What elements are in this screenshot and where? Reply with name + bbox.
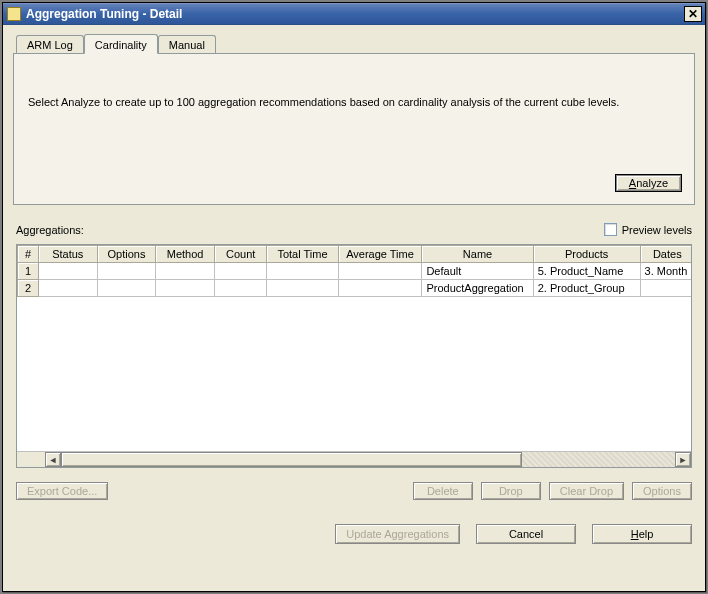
col-total-time[interactable]: Total Time [267, 246, 338, 263]
aggregations-label: Aggregations: [16, 224, 604, 236]
export-code-button[interactable]: Export Code... [16, 482, 108, 500]
cell-options[interactable] [97, 280, 156, 297]
col-num[interactable]: # [18, 246, 39, 263]
col-name[interactable]: Name [422, 246, 533, 263]
update-aggregations-button[interactable]: Update Aggregations [335, 524, 460, 544]
tab-panel-cardinality: Select Analyze to create up to 100 aggre… [13, 53, 695, 205]
col-products[interactable]: Products [533, 246, 640, 263]
tabs: ARM Log Cardinality Manual [16, 33, 695, 53]
scrollbar-thumb[interactable] [61, 452, 522, 467]
aggregations-header-row: Aggregations: Preview levels [16, 223, 692, 236]
client-area: ARM Log Cardinality Manual Select Analyz… [3, 25, 705, 591]
scroll-right-icon[interactable]: ► [675, 452, 691, 467]
col-method[interactable]: Method [156, 246, 215, 263]
cell-dates[interactable]: 3. Month [640, 263, 691, 280]
horizontal-scrollbar[interactable]: ◄ ► [17, 451, 691, 467]
cell-name[interactable]: ProductAggregation [422, 280, 533, 297]
cell-status[interactable] [38, 280, 97, 297]
app-icon [7, 7, 21, 21]
cell-products[interactable]: 2. Product_Group [533, 280, 640, 297]
grid-scroll[interactable]: # Status Options Method Count Total Time… [17, 245, 691, 451]
panel-description: Select Analyze to create up to 100 aggre… [28, 96, 680, 108]
cell-average-time[interactable] [338, 280, 422, 297]
delete-button[interactable]: Delete [413, 482, 473, 500]
window-title: Aggregation Tuning - Detail [26, 7, 684, 21]
scrollbar-gutter [17, 452, 45, 467]
tab-manual[interactable]: Manual [158, 35, 216, 53]
cell-total-time[interactable] [267, 263, 338, 280]
options-button[interactable]: Options [632, 482, 692, 500]
window: Aggregation Tuning - Detail ✕ ARM Log Ca… [2, 2, 706, 592]
scroll-left-icon[interactable]: ◄ [45, 452, 61, 467]
cell-options[interactable] [97, 263, 156, 280]
preview-levels-checkbox[interactable] [604, 223, 617, 236]
cell-name[interactable]: Default [422, 263, 533, 280]
analyze-holder: Analyze [615, 174, 682, 192]
aggregations-grid[interactable]: # Status Options Method Count Total Time… [16, 244, 692, 468]
row-num: 2 [18, 280, 39, 297]
cell-average-time[interactable] [338, 263, 422, 280]
close-icon[interactable]: ✕ [684, 6, 702, 22]
col-options[interactable]: Options [97, 246, 156, 263]
tab-arm-log[interactable]: ARM Log [16, 35, 84, 53]
analyze-button[interactable]: Analyze [615, 174, 682, 192]
help-button[interactable]: Help [592, 524, 692, 544]
table-row[interactable]: 2 ProductAggregation 2. Product_Group [18, 280, 692, 297]
cell-dates[interactable] [640, 280, 691, 297]
col-dates[interactable]: Dates [640, 246, 691, 263]
dialog-footer: Update Aggregations Cancel Help [16, 524, 692, 544]
cell-method[interactable] [156, 263, 215, 280]
table-row[interactable]: 1 Default 5. Product_Name 3. Month 4. St… [18, 263, 692, 280]
cell-count[interactable] [214, 263, 266, 280]
col-average-time[interactable]: Average Time [338, 246, 422, 263]
cell-method[interactable] [156, 280, 215, 297]
scrollbar-track[interactable] [61, 452, 675, 467]
tab-cardinality[interactable]: Cardinality [84, 34, 158, 54]
titlebar: Aggregation Tuning - Detail ✕ [3, 3, 705, 25]
row-num: 1 [18, 263, 39, 280]
cell-total-time[interactable] [267, 280, 338, 297]
grid-table: # Status Options Method Count Total Time… [17, 245, 691, 297]
cell-count[interactable] [214, 280, 266, 297]
preview-levels-checkbox-wrap[interactable]: Preview levels [604, 223, 692, 236]
cell-status[interactable] [38, 263, 97, 280]
clear-drop-button[interactable]: Clear Drop [549, 482, 624, 500]
col-count[interactable]: Count [214, 246, 266, 263]
col-status[interactable]: Status [38, 246, 97, 263]
grid-header-row: # Status Options Method Count Total Time… [18, 246, 692, 263]
preview-levels-label: Preview levels [622, 224, 692, 236]
cell-products[interactable]: 5. Product_Name [533, 263, 640, 280]
cancel-button[interactable]: Cancel [476, 524, 576, 544]
drop-button[interactable]: Drop [481, 482, 541, 500]
grid-action-row: Export Code... Delete Drop Clear Drop Op… [16, 482, 692, 500]
